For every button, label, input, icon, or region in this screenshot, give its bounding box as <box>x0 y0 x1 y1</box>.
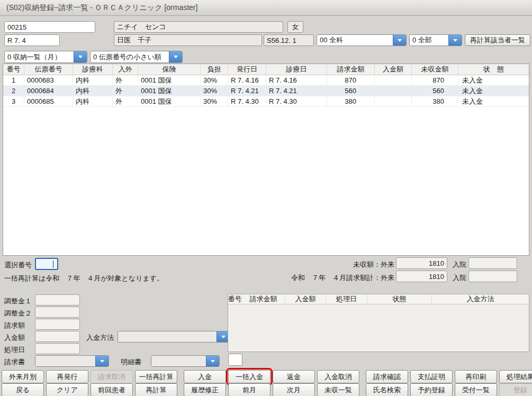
deposit-cancel-button[interactable]: 入金取消 <box>317 370 359 383</box>
billing-confirm-button[interactable]: 請求確認 <box>366 370 408 383</box>
process-date-label: 処理日 <box>4 345 25 355</box>
invoice-row[interactable]: 1 0000683 内科 外 0001 国保 30% R 7. 4.16 R 7… <box>3 75 529 86</box>
refund-button[interactable]: 返金 <box>273 370 315 383</box>
patient-sex-field: 女 <box>287 21 303 33</box>
outpatient-by-month-button[interactable]: 外来月別 <box>2 370 44 383</box>
adjustment1-label: 調整金１ <box>4 296 32 306</box>
col-header-number: 番号 <box>3 64 24 75</box>
back-button[interactable]: 戻る <box>2 383 44 396</box>
payment-history-header: 番号 請求金額 入金額 処理日 状態 入金方法 <box>228 294 529 304</box>
deposit-amount-input[interactable] <box>35 331 80 342</box>
register-button: 登録 <box>499 383 532 396</box>
deposit-method-label: 入金方法 <box>86 333 114 343</box>
invoice-doc-select[interactable] <box>35 355 109 367</box>
billing-cancel-button: 請求取消 <box>91 370 133 383</box>
patient-birthdate-value: S56.12. 1 <box>267 37 296 44</box>
statement-doc-select[interactable] <box>151 355 220 367</box>
process-date-input[interactable] <box>35 343 80 354</box>
patient-id-input[interactable]: 00215 <box>4 21 95 33</box>
chevron-down-icon[interactable] <box>74 51 87 62</box>
unpaid-list-button[interactable]: 未収一覧 <box>317 383 359 396</box>
adjustment2-label: 調整金２ <box>4 309 32 318</box>
previous-month-button[interactable]: 前月 <box>228 383 270 396</box>
patient-name-field: 日医 千子 <box>114 34 262 46</box>
selection-number-input[interactable] <box>35 258 58 270</box>
process-result-button[interactable]: 処理結果 <box>499 370 532 383</box>
adjustment2-input[interactable] <box>35 307 80 318</box>
billed-amount-label: 請求額 <box>4 321 25 330</box>
chevron-down-icon[interactable] <box>95 356 109 366</box>
col-header-insurance: 保険 <box>138 64 201 75</box>
batch-deposit-button[interactable]: 一括入金 <box>228 370 270 383</box>
monthly-inpatient-field <box>468 271 517 282</box>
button-row-1: 外来月別 再発行 請求取消 一括再計算 入金 一括入金 返金 入金取消 請求確認… <box>2 370 531 382</box>
col-header-status: 状態 <box>367 294 432 304</box>
chevron-down-icon[interactable] <box>169 51 182 62</box>
history-select-input[interactable] <box>228 354 242 366</box>
scope-select[interactable]: 0 全部 <box>409 34 462 46</box>
title-bar: (S02)収納登録−請求一覧 - ＯＲＣＡクリニック [ormaster] <box>0 0 532 16</box>
recalc-target-list-button[interactable]: 再計算該当者一覧 <box>465 34 530 46</box>
invoice-row[interactable]: 3 0000685 内科 外 0001 国保 30% R 7. 4.30 R 7… <box>3 96 529 107</box>
col-header-treatment-date: 診療日 <box>266 64 327 75</box>
button-row-2: 戻る クリア 前回患者 再計算 履歴修正 前月 次月 未収一覧 氏名検索 予約登… <box>2 383 531 395</box>
list-type-selected-value: 0 収納一覧（月） <box>5 51 74 62</box>
history-edit-button[interactable]: 履歴修正 <box>184 383 226 396</box>
col-header-billed-amount: 請求金額 <box>327 64 375 75</box>
deposit-button[interactable]: 入金 <box>184 370 226 383</box>
clear-button[interactable]: クリア <box>46 383 88 396</box>
adjustment1-input[interactable] <box>35 294 80 305</box>
chevron-down-icon[interactable] <box>393 35 406 46</box>
next-month-button[interactable]: 次月 <box>273 383 315 396</box>
monthly-total-label: 令和 ７年 ４月請求額計：外来 <box>275 273 394 283</box>
chevron-down-icon[interactable] <box>448 35 462 46</box>
reprint-button[interactable]: 再印刷 <box>455 370 497 383</box>
invoice-table: 番号 伝票番号 診療科 入外 保険 負担 発行日 診療日 請求金額 入金額 未収… <box>3 64 529 256</box>
col-header-process-date: 処理日 <box>326 294 367 304</box>
sort-order-selected-value: 0 伝票番号の小さい順 <box>91 51 169 62</box>
col-header-issue-date: 発行日 <box>228 64 266 75</box>
chevron-down-icon[interactable] <box>206 356 219 366</box>
reissue-button[interactable]: 再発行 <box>46 370 88 383</box>
statement-doc-label: 明細書 <box>121 357 141 367</box>
col-header-unpaid-amount: 未収金額 <box>412 64 458 75</box>
recalculate-button[interactable]: 再計算 <box>135 383 177 396</box>
payment-history-table: 番号 請求金額 入金額 処理日 状態 入金方法 <box>228 294 529 352</box>
scope-selected-value: 0 全部 <box>410 35 448 46</box>
reservation-register-button[interactable]: 予約登録 <box>410 383 453 396</box>
col-header-paid-amount: 入金額 <box>285 294 326 304</box>
unpaid-inpatient-field <box>468 257 517 269</box>
col-header-in-out: 入外 <box>113 64 138 75</box>
sort-order-select[interactable]: 0 伝票番号の小さい順 <box>90 51 183 63</box>
name-search-button[interactable]: 氏名検索 <box>366 383 408 396</box>
payment-certificate-button[interactable]: 支払証明 <box>410 370 453 383</box>
col-header-paid-amount: 入金額 <box>375 64 412 75</box>
col-header-deposit-method: 入金方法 <box>432 294 529 304</box>
monthly-outpatient-field: 1810 <box>396 271 447 282</box>
patient-birthdate-field: S56.12. 1 <box>264 34 314 46</box>
invoice-table-header: 番号 伝票番号 診療科 入外 保険 負担 発行日 診療日 請求金額 入金額 未収… <box>3 64 529 75</box>
invoice-doc-label: 請求書 <box>4 357 25 367</box>
batch-recalc-button[interactable]: 一括再計算 <box>135 370 177 383</box>
unpaid-outpatient-field: 1810 <box>396 257 447 269</box>
deposit-amount-label: 入金額 <box>4 333 25 343</box>
department-select[interactable]: 00 全科 <box>317 34 407 46</box>
invoice-row[interactable]: 2 0000684 内科 外 0001 国保 30% R 7. 4.21 R 7… <box>3 86 529 96</box>
batch-recalc-note: 一括再計算は令和 ７年 ４月が対象となります。 <box>4 274 164 283</box>
deposit-method-select[interactable] <box>118 331 230 343</box>
col-header-number: 番号 <box>228 294 242 304</box>
patient-id-value: 00215 <box>7 23 26 31</box>
patient-kana-value: ニチイ センコ <box>117 22 166 32</box>
selection-number-label: 選択番号 <box>4 260 32 270</box>
unpaid-inpatient-label: 入院 <box>453 260 466 269</box>
billing-month-input[interactable]: R 7. 4 <box>4 34 60 46</box>
reception-list-button[interactable]: 受付一覧 <box>455 383 497 396</box>
list-type-select[interactable]: 0 収納一覧（月） <box>4 51 87 63</box>
monthly-inpatient-label: 入院 <box>453 273 466 283</box>
unpaid-total-label: 未収額：外来 <box>296 260 394 269</box>
patient-kana-field: ニチイ センコ <box>114 21 283 33</box>
billed-amount-input[interactable] <box>35 319 80 330</box>
previous-patient-button[interactable]: 前回患者 <box>91 383 133 396</box>
window-title: (S02)収納登録−請求一覧 - ＯＲＣＡクリニック [ormaster] <box>6 3 197 13</box>
text-cursor <box>53 260 53 268</box>
